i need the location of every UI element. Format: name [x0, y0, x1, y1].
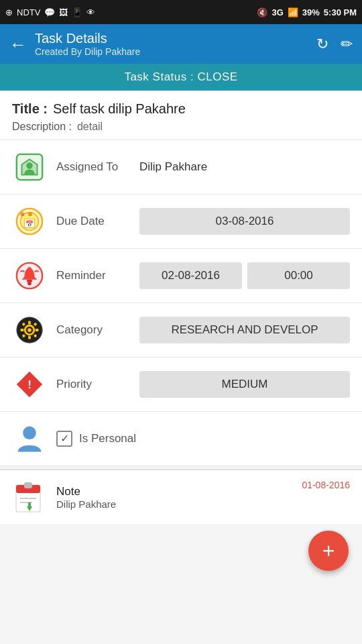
assigned-to-row: Assigned To Dilip Pakhare — [0, 140, 362, 195]
note-text-area: Note Dilip Pakhare — [56, 485, 292, 510]
note-title: Note — [56, 485, 292, 498]
add-icon: + — [322, 540, 335, 561]
note-section: Note Dilip Pakhare 01-08-2016 — [0, 469, 362, 524]
status-bar: ⊕ NDTV 💬 🖼 📱 👁 🔇 3G 📶 39% 5:30 PM — [0, 0, 362, 24]
status-right: 🔇 3G 📶 39% 5:30 PM — [257, 7, 357, 17]
note-item[interactable]: Note Dilip Pakhare 01-08-2016 — [0, 470, 362, 524]
reminder-label: Reminder — [56, 269, 130, 282]
back-button[interactable]: ← — [9, 36, 27, 53]
task-status-bar: Task Status : CLOSE — [0, 64, 362, 91]
due-date-value: 03-08-2016 — [139, 208, 350, 235]
time-label: 5:30 PM — [324, 7, 357, 17]
svg-rect-4 — [21, 213, 25, 217]
task-status-separator: : — [190, 70, 197, 83]
description-label: Description : — [12, 121, 72, 133]
status-left: ⊕ NDTV 💬 🖼 📱 👁 — [5, 7, 95, 17]
is-personal-row: ✓ Is Personal — [0, 412, 362, 466]
note-date: 01-08-2016 — [302, 480, 350, 490]
description-value: detail — [77, 121, 103, 133]
content-area: Title : Self task dilip Pakahre Descript… — [0, 91, 362, 466]
app-bar-subtitle: Created By Dilip Pakhare — [35, 46, 140, 57]
svg-rect-15 — [21, 329, 24, 331]
app-bar: ← Task Details Created By Dilip Pakhare … — [0, 24, 362, 64]
priority-row: ! Priority MEDIUM — [0, 358, 362, 412]
ndtv-label: NDTV — [17, 7, 40, 17]
assigned-to-label: Assigned To — [56, 160, 130, 174]
svg-rect-14 — [28, 336, 31, 339]
due-date-icon: 📅 — [12, 204, 47, 239]
whatsapp-icon: 💬 — [44, 7, 55, 17]
assigned-icon — [12, 150, 47, 184]
add-icon: ⊕ — [5, 7, 13, 17]
category-value: RESEARCH AND DEVELOP — [139, 317, 350, 343]
checkbox-area: ✓ Is Personal — [56, 431, 136, 447]
mute-icon: 🔇 — [257, 7, 267, 17]
svg-point-12 — [27, 328, 32, 332]
svg-point-1 — [26, 162, 33, 169]
category-icon — [12, 313, 47, 347]
svg-text:!: ! — [27, 378, 32, 391]
task-status-label: Task Status — [124, 70, 186, 83]
signal-icon: 📶 — [288, 7, 298, 17]
svg-point-9 — [27, 282, 32, 286]
app-bar-title: Task Details — [35, 31, 140, 46]
personal-icon — [12, 421, 47, 456]
reminder-row: Reminder 02-08-2016 00:00 — [0, 249, 362, 303]
battery-label: 39% — [302, 7, 320, 17]
title-row: Title : Self task dilip Pakahre — [12, 101, 350, 117]
checkbox-checkmark: ✓ — [60, 433, 69, 444]
network-label: 3G — [272, 7, 283, 17]
svg-rect-16 — [36, 329, 39, 331]
title-section: Title : Self task dilip Pakahre Descript… — [0, 91, 362, 140]
priority-icon: ! — [12, 367, 47, 402]
reminder-icon — [12, 258, 47, 293]
due-date-row: 📅 Due Date 03-08-2016 — [0, 195, 362, 249]
app-icon: 📱 — [72, 7, 82, 17]
priority-value: MEDIUM — [139, 371, 350, 398]
image-icon: 🖼 — [59, 7, 68, 17]
app-bar-title-group: Task Details Created By Dilip Pakhare — [35, 31, 140, 57]
refresh-button[interactable]: ↻ — [316, 36, 328, 53]
svg-rect-13 — [28, 321, 31, 325]
edit-button[interactable]: ✏ — [341, 36, 353, 53]
is-personal-label: Is Personal — [79, 432, 136, 445]
title-value: Self task dilip Pakahre — [53, 101, 186, 117]
due-date-label: Due Date — [56, 215, 130, 228]
add-button[interactable]: + — [308, 531, 349, 571]
reminder-date-value: 02-08-2016 — [139, 262, 242, 289]
assigned-to-value: Dilip Pakhare — [139, 160, 207, 174]
category-label: Category — [56, 323, 130, 337]
note-icon — [12, 480, 47, 515]
svg-text:📅: 📅 — [25, 220, 34, 228]
note-author: Dilip Pakhare — [56, 498, 292, 510]
priority-label: Priority — [56, 378, 130, 391]
svg-rect-26 — [24, 482, 32, 488]
fab-area: + — [0, 524, 362, 584]
title-label: Title : — [12, 101, 48, 117]
app-bar-icons: ↻ ✏ — [316, 36, 353, 53]
reminder-time-value: 00:00 — [247, 262, 350, 289]
task-status-value: CLOSE — [197, 70, 237, 83]
reminder-boxes: 02-08-2016 00:00 — [139, 262, 350, 289]
description-row: Description : detail — [12, 121, 350, 133]
is-personal-checkbox[interactable]: ✓ — [56, 431, 72, 447]
svg-rect-30 — [28, 502, 31, 508]
svg-rect-5 — [28, 213, 32, 217]
category-row: Category RESEARCH AND DEVELOP — [0, 303, 362, 358]
eye-icon: 👁 — [86, 7, 95, 17]
app-bar-left: ← Task Details Created By Dilip Pakhare — [9, 31, 140, 57]
svg-point-23 — [23, 427, 36, 440]
